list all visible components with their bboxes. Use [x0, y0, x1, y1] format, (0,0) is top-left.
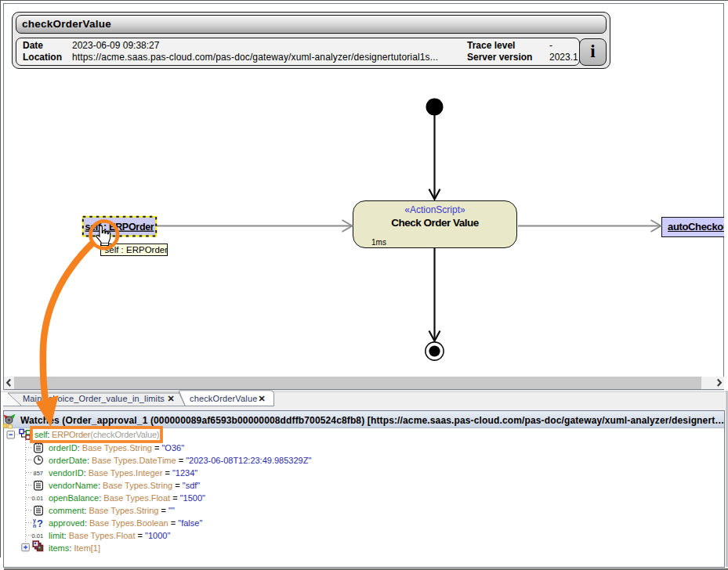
svg-text:0.01: 0.01	[32, 495, 44, 502]
svg-text:n: n	[33, 523, 36, 529]
svg-text:0.01: 0.01	[32, 532, 44, 539]
svg-text:857: 857	[34, 470, 44, 477]
svg-text:?: ?	[37, 518, 43, 529]
